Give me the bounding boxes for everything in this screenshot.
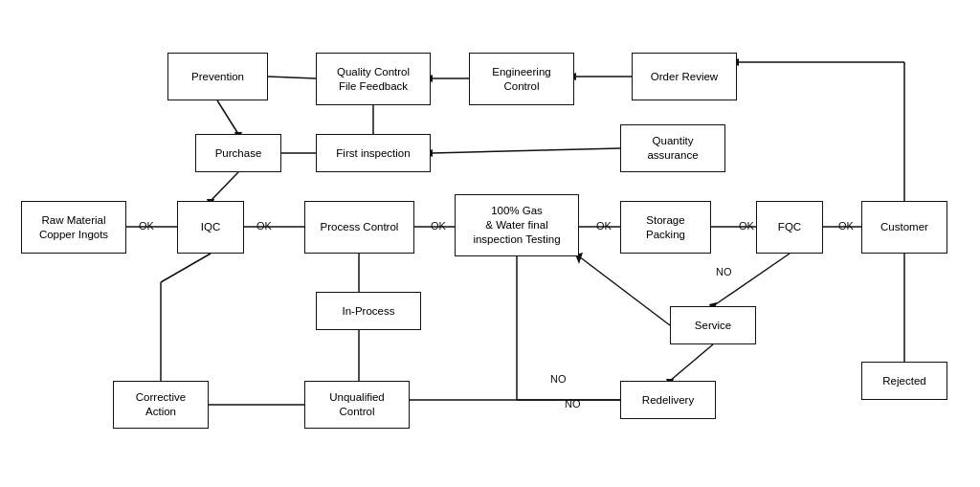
corrective-action-box: CorrectiveAction (113, 381, 209, 429)
svg-line-0 (268, 77, 316, 78)
in-process-box: In-Process (316, 292, 421, 330)
rejected-box: Rejected (861, 362, 947, 400)
order-review-box: Order Review (632, 53, 737, 100)
flow-label-7: NO (565, 398, 581, 410)
gas-water-box: 100% Gas& Water finalinspection Testing (455, 194, 579, 256)
flow-label-3: OK (596, 220, 612, 232)
svg-line-8 (217, 100, 238, 134)
raw-material-box: Raw MaterialCopper Ingots (21, 201, 126, 254)
flow-label-5: OK (838, 220, 854, 232)
svg-line-41 (670, 344, 713, 381)
flowchart-diagram: PreventionQuality ControlFile FeedbackEn… (0, 0, 980, 487)
flow-label-1: OK (256, 220, 272, 232)
qc-feedback-box: Quality ControlFile Feedback (316, 53, 431, 105)
svg-line-12 (211, 172, 238, 201)
iqc-box: IQC (177, 201, 244, 254)
svg-line-38 (161, 254, 211, 282)
svg-line-10 (433, 148, 620, 153)
unqualified-box: UnqualifiedControl (304, 381, 410, 429)
flow-label-0: OK (139, 220, 154, 232)
flow-label-2: OK (431, 220, 446, 232)
svg-line-39 (713, 254, 790, 306)
qty-assurance-box: Quantityassurance (620, 124, 725, 172)
flow-label-6: NO (550, 373, 567, 385)
flow-label-4: OK (739, 220, 754, 232)
service-box: Service (670, 306, 756, 344)
svg-line-50 (579, 256, 670, 325)
customer-box: Customer (861, 201, 947, 254)
eng-control-box: EngineeringControl (469, 53, 574, 105)
purchase-box: Purchase (195, 134, 281, 172)
flow-label-8: NO (716, 266, 732, 277)
fqc-box: FQC (756, 201, 823, 254)
storage-packing-box: StoragePacking (620, 201, 711, 254)
first-inspection-box: First inspection (316, 134, 431, 172)
redelivery-box: Redelivery (620, 381, 716, 419)
process-control-box: Process Control (304, 201, 414, 254)
prevention-box: Prevention (167, 53, 268, 100)
